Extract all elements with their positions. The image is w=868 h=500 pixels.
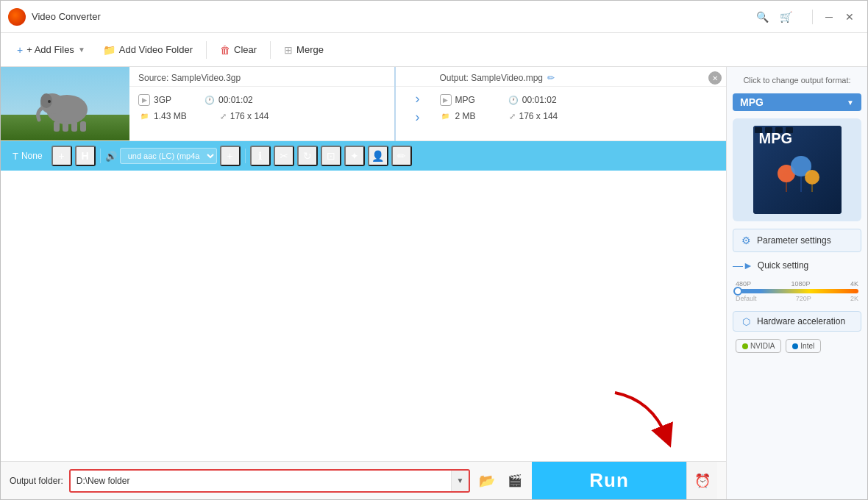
add-files-label: + Add Files — [26, 44, 74, 55]
quality-bottom-labels: Default 720P 2K — [736, 295, 858, 302]
source-label: Source: SampleVideo.3gp — [138, 73, 396, 83]
file-drop-area — [1, 171, 726, 461]
intel-badge[interactable]: Intel — [786, 339, 821, 353]
hardware-acceleration-button[interactable]: ⬡ Hardware acceleration — [733, 311, 861, 332]
close-button[interactable]: ✕ — [839, 7, 860, 27]
subtitle-none-label: None — [21, 151, 43, 161]
quick-setting-label: Quick setting — [758, 260, 808, 271]
run-area: Run ⏰ — [532, 462, 717, 500]
label-default: Default — [736, 295, 757, 302]
quick-setting-row: —► Quick setting — [733, 260, 861, 271]
minimize-button[interactable]: ─ — [819, 7, 839, 27]
quality-slider-track[interactable] — [736, 289, 858, 293]
sub-divider-2 — [245, 149, 246, 163]
merge-label: Merge — [296, 44, 324, 55]
subtitle-edit-button[interactable]: ✏ — [391, 146, 412, 166]
file-close-button[interactable]: ✕ — [708, 71, 722, 85]
info-button[interactable]: ℹ — [250, 146, 271, 166]
format-dropdown-icon: ▼ — [847, 99, 854, 107]
format-preview: MPG — [733, 118, 861, 221]
output-format-icon: ▶ — [440, 94, 452, 106]
parameter-settings-button[interactable]: ⚙ Parameter settings — [733, 229, 861, 252]
label-4k: 4K — [850, 280, 858, 288]
mpg-badge: MPG — [753, 126, 842, 214]
format-selector[interactable]: MPG ▼ — [733, 93, 861, 111]
file-item: Source: SampleVideo.3gp Output: SampleVi… — [1, 67, 726, 141]
merge-icon: ⊞ — [284, 44, 293, 56]
quality-slider-wrap: 480P 1080P 4K Default 720P 2K — [733, 279, 861, 304]
output-label: Output: SampleVideo.mpg ✏ — [440, 73, 697, 83]
right-panel: Click to change output format: MPG ▼ MPG — [726, 67, 867, 499]
cart-icon[interactable]: 🛒 — [777, 8, 794, 26]
format-label: MPG — [740, 96, 764, 108]
merge-button[interactable]: ⊞ Merge — [277, 40, 331, 60]
label-1080p: 1080P — [791, 280, 810, 288]
output-path-input[interactable] — [71, 472, 451, 490]
source-resolution: 176 x 144 — [230, 111, 269, 121]
rotate-button[interactable]: ↻ — [297, 146, 318, 166]
clear-button[interactable]: 🗑 Clear — [213, 40, 264, 60]
cut-button[interactable]: ✂ — [274, 146, 294, 166]
add-folder-button[interactable]: 📁 Add Video Folder — [96, 40, 200, 60]
label-720p: 720P — [796, 295, 811, 302]
source-size-row: 📁 1.43 MB ⤢ 176 x 144 — [138, 110, 396, 122]
toolbar-separator — [206, 41, 207, 59]
sub-h-button[interactable]: H — [75, 146, 96, 166]
convert-arrow-area: › › — [396, 91, 440, 125]
audio-icon: 🔊 — [105, 151, 117, 162]
svg-point-9 — [48, 100, 51, 103]
search-icon[interactable]: 🔍 — [753, 8, 771, 26]
effects-button[interactable]: ✦ — [344, 146, 365, 166]
quality-slider-thumb[interactable] — [733, 287, 742, 296]
svg-rect-5 — [54, 121, 60, 132]
nvidia-label: NVIDIA — [750, 342, 775, 350]
source-size: 1.43 MB — [154, 111, 187, 121]
arrow-spacer — [396, 73, 440, 83]
watermark-button[interactable]: 👤 — [368, 146, 388, 166]
app-title: Video Converter — [32, 11, 753, 22]
add-audio-button[interactable]: + — [220, 146, 241, 166]
main-content: Source: SampleVideo.3gp Output: SampleVi… — [1, 67, 867, 499]
svg-rect-8 — [80, 121, 86, 132]
convert-arrow-icon-2: › — [416, 110, 420, 125]
sub-divider — [100, 149, 101, 163]
preview-button[interactable]: 🎬 — [504, 470, 526, 492]
crop-button[interactable]: ⊡ — [321, 146, 341, 166]
mpg-text: MPG — [759, 130, 793, 147]
add-subtitle-button[interactable]: + — [51, 146, 72, 166]
run-button[interactable]: Run — [532, 462, 686, 500]
clear-icon: 🗑 — [220, 44, 230, 56]
add-files-button[interactable]: + + Add Files ▼ — [10, 40, 93, 60]
add-folder-label: Add Video Folder — [119, 44, 193, 55]
hardware-acceleration-label: Hardware acceleration — [757, 316, 845, 326]
titlebar-divider — [812, 10, 813, 24]
source-format-row: ▶ 3GP 🕐 00:01:02 — [138, 94, 396, 106]
edit-icon[interactable]: ✏ — [547, 73, 555, 83]
change-format-text: Click to change output format: — [733, 74, 861, 86]
output-path-dropdown[interactable]: ▼ — [451, 471, 469, 491]
audio-track-select[interactable]: und aac (LC) (mp4a — [120, 148, 217, 164]
folder-icon: 📁 — [138, 110, 150, 122]
add-files-arrow: ▼ — [78, 46, 85, 54]
svg-rect-7 — [71, 121, 77, 132]
convert-arrow-icon: › — [416, 91, 420, 107]
subtitle-none-button[interactable]: T None — [7, 148, 49, 165]
plus-icon: + — [17, 44, 23, 56]
output-folder-label: Output folder: — [10, 476, 63, 486]
toolbar-separator-2 — [270, 41, 271, 59]
quality-top-labels: 480P 1080P 4K — [736, 280, 858, 288]
folder-icon: 📁 — [103, 44, 115, 56]
parameter-settings-label: Parameter settings — [757, 235, 831, 246]
intel-label: Intel — [800, 342, 814, 350]
main-toolbar: + + Add Files ▼ 📁 Add Video Folder 🗑 Cle… — [1, 33, 867, 67]
source-duration: 00:01:02 — [218, 95, 253, 105]
quick-setting-icon: —► — [733, 260, 753, 271]
open-folder-button[interactable]: 📂 — [476, 470, 498, 492]
alarm-button[interactable]: ⏰ — [686, 462, 717, 500]
vertical-divider — [394, 67, 396, 141]
subtitle-T-icon: T — [13, 151, 18, 162]
clear-label: Clear — [234, 44, 257, 55]
nvidia-badge[interactable]: NVIDIA — [736, 339, 781, 353]
output-duration: 00:01:02 — [522, 95, 557, 105]
thumbnail-image — [1, 67, 129, 140]
